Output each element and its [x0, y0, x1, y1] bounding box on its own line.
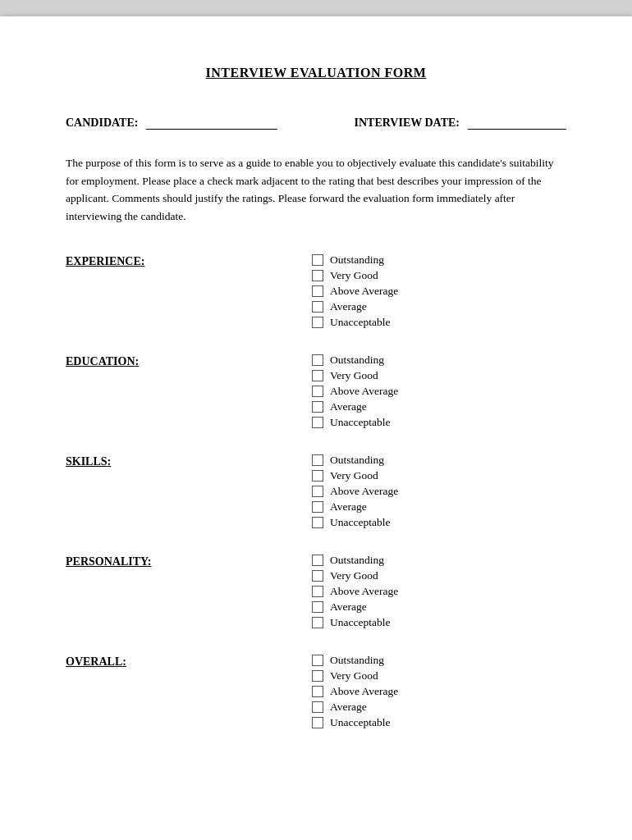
rating-option-experience-outstanding[interactable]: Outstanding: [312, 253, 398, 267]
rating-option-skills-very-good[interactable]: Very Good: [312, 469, 398, 482]
rating-label: Outstanding: [330, 354, 384, 367]
rating-option-experience-very-good[interactable]: Very Good: [312, 269, 398, 282]
rating-option-personality-average[interactable]: Average: [312, 600, 398, 614]
checkbox-skills-very-good[interactable]: [312, 470, 323, 482]
rating-option-overall-above-average[interactable]: Above Average: [312, 685, 398, 698]
colon: :: [141, 255, 145, 267]
section-label-skills: SKILLS:: [66, 454, 312, 468]
rating-option-education-above-average[interactable]: Above Average: [312, 385, 398, 398]
rating-label: Above Average: [330, 685, 398, 698]
section-label-text: PERSONALITY: [66, 555, 148, 568]
rating-label: Very Good: [330, 269, 378, 282]
rating-label: Average: [330, 600, 367, 614]
candidate-field-group: CANDIDATE:: [66, 113, 277, 130]
checkbox-personality-very-good[interactable]: [312, 570, 323, 582]
rating-option-education-average[interactable]: Average: [312, 400, 398, 413]
checkbox-experience-above-average[interactable]: [312, 285, 323, 297]
rating-option-personality-outstanding[interactable]: Outstanding: [312, 554, 398, 567]
page: INTERVIEW EVALUATION FORM CANDIDATE: INT…: [0, 16, 632, 840]
section-label-personality: PERSONALITY:: [66, 554, 312, 568]
checkbox-overall-unacceptable[interactable]: [312, 717, 323, 728]
checkbox-overall-average[interactable]: [312, 701, 323, 713]
rating-option-skills-above-average[interactable]: Above Average: [312, 485, 398, 498]
rating-option-experience-above-average[interactable]: Above Average: [312, 285, 398, 298]
rating-option-skills-average[interactable]: Average: [312, 500, 398, 514]
interview-date-label: INTERVIEW DATE:: [354, 116, 460, 130]
rating-option-education-outstanding[interactable]: Outstanding: [312, 354, 398, 367]
candidate-input[interactable]: [146, 113, 277, 130]
rating-label: Average: [330, 500, 367, 514]
section-skills: SKILLS:OutstandingVery GoodAbove Average…: [66, 454, 566, 529]
rating-option-education-unacceptable[interactable]: Unacceptable: [312, 416, 398, 429]
rating-label: Average: [330, 400, 367, 413]
checkbox-overall-very-good[interactable]: [312, 670, 323, 682]
section-education: EDUCATION:OutstandingVery GoodAbove Aver…: [66, 354, 566, 429]
rating-label: Unacceptable: [330, 516, 390, 529]
checkbox-education-above-average[interactable]: [312, 386, 323, 397]
rating-label: Above Average: [330, 585, 398, 598]
checkbox-education-unacceptable[interactable]: [312, 417, 323, 428]
rating-label: Very Good: [330, 569, 378, 582]
rating-option-personality-very-good[interactable]: Very Good: [312, 569, 398, 582]
rating-label: Unacceptable: [330, 716, 390, 729]
rating-label: Unacceptable: [330, 616, 390, 629]
rating-option-skills-outstanding[interactable]: Outstanding: [312, 454, 398, 467]
rating-options-overall: OutstandingVery GoodAbove AverageAverage…: [312, 654, 398, 729]
checkbox-education-outstanding[interactable]: [312, 354, 323, 366]
checkbox-skills-average[interactable]: [312, 501, 323, 513]
rating-option-experience-average[interactable]: Average: [312, 300, 398, 313]
rating-label: Outstanding: [330, 554, 384, 567]
rating-option-overall-outstanding[interactable]: Outstanding: [312, 654, 398, 667]
colon: :: [135, 355, 140, 368]
rating-label: Above Average: [330, 485, 398, 498]
section-label-education: EDUCATION:: [66, 354, 312, 368]
rating-label: Very Good: [330, 469, 378, 482]
section-overall: OVERALL:OutstandingVery GoodAbove Averag…: [66, 654, 566, 729]
rating-option-personality-above-average[interactable]: Above Average: [312, 585, 398, 598]
interview-date-input[interactable]: [468, 113, 566, 130]
rating-label: Unacceptable: [330, 416, 390, 429]
rating-label: Outstanding: [330, 654, 384, 667]
candidate-label: CANDIDATE:: [66, 116, 138, 130]
rating-label: Average: [330, 300, 367, 313]
checkbox-experience-average[interactable]: [312, 301, 323, 313]
colon: :: [108, 455, 112, 468]
rating-label: Outstanding: [330, 253, 384, 267]
rating-label: Very Good: [330, 669, 378, 682]
checkbox-personality-average[interactable]: [312, 601, 323, 613]
description-text: The purpose of this form is to serve as …: [66, 154, 566, 225]
colon: :: [148, 555, 152, 568]
rating-option-education-very-good[interactable]: Very Good: [312, 369, 398, 382]
rating-option-overall-unacceptable[interactable]: Unacceptable: [312, 716, 398, 729]
checkbox-skills-unacceptable[interactable]: [312, 517, 323, 528]
rating-options-experience: OutstandingVery GoodAbove AverageAverage…: [312, 253, 398, 329]
checkbox-education-very-good[interactable]: [312, 370, 323, 381]
checkbox-personality-unacceptable[interactable]: [312, 617, 323, 628]
checkbox-experience-very-good[interactable]: [312, 270, 323, 281]
colon: :: [122, 655, 126, 668]
rating-option-skills-unacceptable[interactable]: Unacceptable: [312, 516, 398, 529]
rating-options-personality: OutstandingVery GoodAbove AverageAverage…: [312, 554, 398, 629]
rating-option-experience-unacceptable[interactable]: Unacceptable: [312, 316, 398, 329]
rating-label: Average: [330, 701, 367, 714]
section-experience: EXPERIENCE:OutstandingVery GoodAbove Ave…: [66, 253, 566, 329]
checkbox-overall-outstanding[interactable]: [312, 655, 323, 666]
checkbox-personality-above-average[interactable]: [312, 586, 323, 597]
rating-label: Unacceptable: [330, 316, 390, 329]
checkbox-skills-outstanding[interactable]: [312, 454, 323, 466]
rating-option-personality-unacceptable[interactable]: Unacceptable: [312, 616, 398, 629]
section-label-text: EDUCATION: [66, 355, 135, 368]
checkbox-skills-above-average[interactable]: [312, 486, 323, 497]
rating-label: Above Average: [330, 285, 398, 298]
checkbox-personality-outstanding[interactable]: [312, 555, 323, 566]
checkbox-overall-above-average[interactable]: [312, 686, 323, 697]
checkbox-education-average[interactable]: [312, 401, 323, 413]
interview-date-field-group: INTERVIEW DATE:: [354, 113, 566, 130]
rating-label: Outstanding: [330, 454, 384, 467]
rating-option-overall-average[interactable]: Average: [312, 701, 398, 714]
checkbox-experience-outstanding[interactable]: [312, 254, 323, 266]
rating-option-overall-very-good[interactable]: Very Good: [312, 669, 398, 682]
section-label-text: OVERALL: [66, 655, 122, 668]
checkbox-experience-unacceptable[interactable]: [312, 317, 323, 328]
rating-label: Above Average: [330, 385, 398, 398]
